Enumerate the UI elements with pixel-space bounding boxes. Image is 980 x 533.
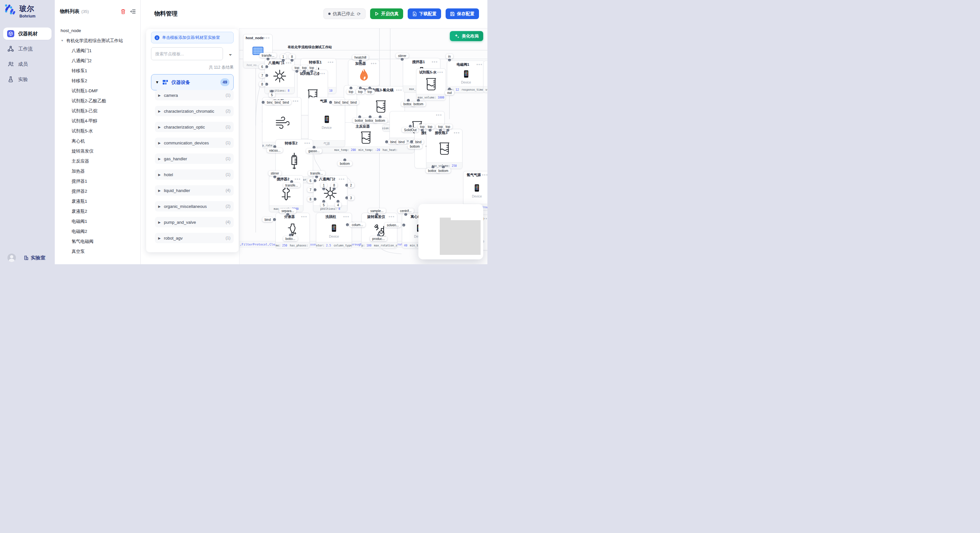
port-4[interactable]: 4	[335, 203, 341, 208]
port-top[interactable]: top	[365, 89, 374, 94]
material-item[interactable]: 真空泵	[55, 246, 140, 257]
node-menu-icon[interactable]: ●●●	[482, 173, 487, 176]
port-transfe[interactable]: transfe...	[308, 171, 325, 176]
port-connector-icon[interactable]: ‹	[296, 70, 299, 73]
beautify-layout-button[interactable]: 美化布局	[450, 31, 483, 41]
template-category-communication_devices[interactable]: ▶communication_devices(1)	[155, 138, 234, 148]
port-connector-icon[interactable]: ‹	[313, 189, 316, 191]
port-colum[interactable]: colum...	[349, 222, 365, 227]
port-transfe[interactable]: transfe...	[259, 53, 277, 58]
template-search-input[interactable]	[151, 47, 223, 60]
material-item[interactable]: 搅拌器2	[55, 186, 140, 196]
port-connector-icon[interactable]: ‹	[447, 129, 450, 132]
port-connector-icon[interactable]: ‹	[429, 129, 432, 132]
port-connector-icon[interactable]: ‹	[401, 58, 404, 61]
node-menu-icon[interactable]: ●●●	[286, 61, 292, 65]
template-category-pump_and_valve[interactable]: ▶pump_and_valve(4)	[155, 217, 234, 227]
canvas-node-分液器[interactable]: 分液器●●●volume: 250has_phases: true	[275, 213, 310, 249]
port-connector-icon[interactable]: ‹	[265, 65, 268, 68]
category-group-instruments[interactable]: ▼ 仪器设备 49	[151, 74, 234, 90]
port-bottom[interactable]: bottom	[373, 118, 388, 123]
port-connector-icon[interactable]: ›	[385, 141, 388, 143]
canvas-node-洗脱柱[interactable]: 洗脱柱●●●Devicediameter: 2.5column_type: si	[316, 213, 352, 249]
port-connector-icon[interactable]: ‹	[402, 224, 405, 227]
port-top[interactable]: top	[443, 124, 452, 129]
material-item[interactable]: 试剂瓶2-乙酸乙酯	[55, 96, 140, 106]
port-connector-icon[interactable]: ‹	[315, 176, 318, 178]
node-menu-icon[interactable]: ●●●	[301, 215, 307, 218]
sidebar-item-workflow[interactable]: 工作流	[3, 43, 51, 55]
node-menu-icon[interactable]: ●●●	[388, 215, 395, 218]
material-item[interactable]: 主反应器	[55, 156, 140, 166]
port-top[interactable]: top	[347, 89, 355, 94]
node-menu-icon[interactable]: ●●●	[328, 60, 334, 64]
node-menu-icon[interactable]: ●●●	[339, 178, 345, 181]
port-connector-icon[interactable]: ‹	[265, 83, 268, 86]
port-bind[interactable]: bind	[262, 217, 273, 222]
port-out[interactable]: out	[445, 90, 454, 95]
port-connector-icon[interactable]: ›	[346, 224, 349, 226]
template-category-robot_agv[interactable]: ▶robot_agv(1)	[155, 233, 234, 243]
node-menu-icon[interactable]: ●●●	[371, 62, 377, 65]
node-menu-icon[interactable]: ●●●	[293, 99, 299, 103]
canvas-node-旋转蒸发仪[interactable]: 旋转蒸发仪●●●temp: 180max_rotation_spe:	[361, 213, 397, 249]
material-item[interactable]: 电磁阀2	[55, 226, 140, 236]
port-5[interactable]: 5	[320, 203, 327, 208]
port-centrif[interactable]: centrif...	[398, 209, 414, 213]
material-item[interactable]: 试剂瓶1-DMF	[55, 86, 140, 96]
node-menu-icon[interactable]: ●●●	[437, 71, 443, 74]
port-connector-icon[interactable]: ‹	[286, 213, 290, 216]
port-bottom[interactable]: bottom	[436, 168, 451, 173]
port-transfe[interactable]: transfe...	[283, 183, 301, 188]
material-item[interactable]: 废液瓶1	[55, 196, 140, 206]
port-6[interactable]: 6	[307, 178, 314, 183]
port-1[interactable]: 1	[320, 183, 327, 188]
template-category-organic_miscellaneous[interactable]: ▶organic_miscellaneous(2)	[155, 201, 234, 211]
port-connector-icon[interactable]: ›	[410, 141, 413, 143]
template-category-characterization_chromatic[interactable]: ▶characterization_chromatic(2)	[155, 106, 234, 116]
port-8[interactable]: 8	[331, 183, 337, 188]
panel-collapse-chevron-icon[interactable]: ⌄	[228, 51, 232, 57]
canvas-node[interactable]: ●●●voltage: 12	[483, 60, 487, 93]
port-connector-icon[interactable]: ‹	[303, 70, 306, 73]
canvas-node-八通阀门1[interactable]: 八通阀门1●●●positions: 8	[264, 59, 294, 94]
port-7[interactable]: 7	[307, 187, 314, 192]
port-bind[interactable]: bind	[396, 140, 407, 144]
refresh-icon[interactable]: ⟳	[357, 11, 361, 16]
material-item[interactable]: 试剂瓶3-己烷	[55, 106, 140, 116]
node-menu-icon[interactable]: ●●●	[304, 141, 310, 145]
template-category-liquid_handler[interactable]: ▶liquid_handler(4)	[155, 185, 234, 195]
simulation-status-pill[interactable]: 仿真已停止 ⟳	[323, 8, 366, 19]
avatar[interactable]	[8, 254, 16, 262]
material-item[interactable]: 氢气电磁阀	[55, 236, 140, 246]
port-connector-icon[interactable]: ‹	[333, 187, 336, 190]
material-item[interactable]: 废液瓶2	[55, 206, 140, 216]
sidebar-item-experiment[interactable]: 实验	[3, 73, 51, 86]
port-top[interactable]: top	[356, 89, 365, 94]
port-heatchill[interactable]: heatchill	[352, 55, 369, 60]
port-connector-icon[interactable]: ‹	[282, 59, 285, 62]
port-connector-icon[interactable]: ‹	[265, 74, 268, 77]
node-menu-icon[interactable]: ●●●	[396, 89, 402, 92]
node-menu-icon[interactable]: ●●●	[454, 131, 460, 134]
port-connector-icon[interactable]: ›	[329, 101, 332, 104]
collapse-list-icon[interactable]	[130, 9, 136, 14]
port-connector-icon[interactable]: ‹	[267, 58, 270, 60]
port-connector-icon[interactable]: ‹	[323, 187, 325, 190]
port-connector-icon[interactable]: ‹	[313, 198, 316, 201]
node-menu-icon[interactable]: ●●●	[319, 72, 325, 75]
canvas-node-加热器[interactable]: 加热器●●●	[348, 60, 380, 86]
port-vacuu[interactable]: vacuu...	[267, 148, 283, 153]
port-bottom[interactable]: bottom	[408, 144, 422, 149]
port-connector-icon[interactable]: ‹	[448, 59, 451, 62]
port-connector-icon[interactable]: ‹	[273, 218, 276, 221]
port-bind[interactable]: bind	[413, 140, 424, 144]
port-connector-icon[interactable]: ‹	[375, 213, 379, 216]
port-solven[interactable]: solven...	[384, 223, 401, 228]
material-item[interactable]: 转移泵1	[55, 66, 140, 76]
port-8[interactable]: 8	[307, 197, 314, 202]
port-produc[interactable]: produc...	[370, 236, 387, 241]
template-category-gas_handler[interactable]: ▶gas_handler(1)	[155, 154, 234, 164]
trash-icon[interactable]	[121, 9, 126, 14]
node-menu-icon[interactable]: ●●●	[436, 113, 442, 117]
